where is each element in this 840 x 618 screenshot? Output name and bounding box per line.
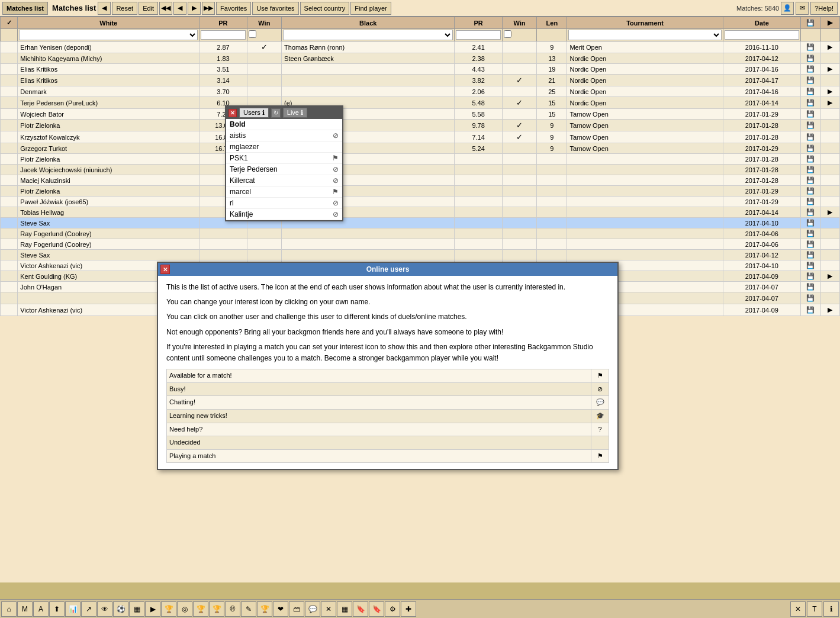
nav-last-button[interactable]: ▶▶	[202, 2, 215, 15]
video-cell[interactable]: ▶	[820, 64, 839, 75]
video-cell[interactable]	[820, 282, 839, 292]
save-cell[interactable]: 💾	[801, 64, 821, 75]
close-bottom-icon[interactable]: ✕	[790, 601, 806, 617]
table-row[interactable]: Elias Kritikos3.143.82✓21Nordic Open2017…	[1, 75, 840, 86]
user-icon[interactable]: 👤	[781, 2, 794, 15]
refresh-btn[interactable]: ↻	[271, 108, 281, 118]
pr-w-filter[interactable]	[201, 30, 245, 40]
nav-forward-button[interactable]: ▶	[188, 2, 201, 15]
video-cell[interactable]	[820, 228, 839, 239]
video-cell[interactable]	[820, 109, 839, 120]
home-icon[interactable]: ⌂	[1, 601, 17, 617]
menu-button[interactable]: Matches list	[2, 2, 48, 15]
trophy1-icon[interactable]: 🏆	[161, 601, 176, 617]
save-cell[interactable]: 💾	[801, 186, 821, 197]
table-row[interactable]: Jacek Wojciechowski (niuniuch)2017-01-28…	[1, 165, 840, 175]
trophy4-icon[interactable]: 🏆	[257, 601, 272, 617]
online-popup-close[interactable]: ✕	[160, 265, 170, 274]
video-cell[interactable]: ▶	[820, 304, 839, 316]
chart-icon[interactable]: 📊	[65, 601, 81, 617]
save-cell[interactable]: 💾	[801, 218, 821, 228]
save-cell[interactable]: 💾	[801, 260, 821, 271]
video-cell[interactable]: ▶	[820, 97, 839, 109]
table-row[interactable]: Piotr Zielonka13.009.78✓9Tarnow Open2017…	[1, 120, 840, 131]
table-row[interactable]: Grzegorz Turkot16.73Rafał Szczekutasz5.2…	[1, 143, 840, 154]
table-row[interactable]: Terje Pedersen (PureLuck)6.10(e)5.48✓15N…	[1, 97, 840, 109]
use-favorites-button[interactable]: Use favorites	[252, 2, 298, 15]
table-row[interactable]: Piotr Zielonka2017-01-29💾	[1, 186, 840, 197]
heart-icon[interactable]: ❤	[273, 601, 288, 617]
table-row[interactable]: Paweł Jóźwiak (jose65)2017-01-29💾	[1, 197, 840, 207]
save-cell[interactable]: 💾	[801, 75, 821, 86]
table-icon[interactable]: ▦	[337, 601, 352, 617]
reset-button[interactable]: Reset	[112, 2, 137, 15]
ball-icon[interactable]: ⚽	[113, 601, 128, 617]
save-cell[interactable]: 💾	[801, 228, 821, 239]
save-cell[interactable]: 💾	[801, 143, 821, 154]
table-row[interactable]: Elias Kritikos3.514.4319Nordic Open2017-…	[1, 64, 840, 75]
user-item-terje[interactable]: Terje Pedersen ⊘	[226, 164, 342, 175]
video-cell[interactable]	[820, 131, 839, 143]
upload-icon[interactable]: ⬆	[49, 601, 65, 617]
users-tab[interactable]: Users ℹ	[239, 108, 269, 118]
table-row[interactable]: Maciej Kaluzinski2017-01-28💾	[1, 175, 840, 186]
save-cell[interactable]: 💾	[801, 120, 821, 131]
info-bottom-icon[interactable]: ℹ	[823, 601, 839, 617]
save-cell[interactable]: 💾	[801, 97, 821, 109]
save-cell[interactable]: 💾	[801, 109, 821, 120]
video-cell[interactable]: ▶	[820, 86, 839, 97]
save-cell[interactable]: 💾	[801, 53, 821, 64]
save-cell[interactable]: 💾	[801, 131, 821, 143]
nav-first-button[interactable]: ◀◀	[159, 2, 172, 15]
tournament-filter[interactable]	[568, 30, 721, 40]
a-icon[interactable]: A	[33, 601, 49, 617]
video-cell[interactable]: ▶	[820, 207, 839, 218]
m-icon[interactable]: M	[17, 601, 33, 617]
video-cell[interactable]	[820, 239, 839, 250]
edit-button[interactable]: Edit	[139, 2, 158, 15]
view-icon[interactable]: 👁	[97, 601, 112, 617]
save-cell[interactable]: 💾	[801, 292, 821, 304]
user-item-marcel[interactable]: marcel ⚑	[226, 186, 342, 198]
table-row[interactable]: Piotr Zielonka2017-01-28💾	[1, 154, 840, 165]
video-cell[interactable]	[820, 120, 839, 131]
video-cell[interactable]	[820, 250, 839, 260]
table-row[interactable]: Krzysztof Kowalczyk16.857.14✓9Tarnow Ope…	[1, 131, 840, 143]
video-cell[interactable]	[820, 175, 839, 186]
win-b-filter[interactable]	[504, 30, 511, 38]
black-filter[interactable]	[283, 30, 453, 40]
user-item-mglaezer[interactable]: mglaezer	[226, 141, 342, 153]
user-item-rl[interactable]: rl ⊘	[226, 198, 342, 209]
play-icon[interactable]: ▶	[145, 601, 160, 617]
save-cell[interactable]: 💾	[801, 41, 821, 53]
help-button[interactable]: ?Help!	[810, 2, 838, 15]
favorites-button[interactable]: Favorites	[216, 2, 251, 15]
save-cell[interactable]: 💾	[801, 250, 821, 260]
user-item-psk1[interactable]: PSK1 ⚑	[226, 153, 342, 164]
chat-icon[interactable]: 💬	[305, 601, 320, 617]
message-icon[interactable]: ✉	[796, 2, 809, 15]
win-w-filter[interactable]	[249, 30, 256, 38]
grid-icon[interactable]: ▦	[129, 601, 144, 617]
trophy3-icon[interactable]: 🏆	[209, 601, 224, 617]
bookmark1-icon[interactable]: 🔖	[353, 601, 368, 617]
video-cell[interactable]	[820, 165, 839, 175]
save-cell[interactable]: 💾	[801, 304, 821, 316]
bookmark2-icon[interactable]: 🔖	[369, 601, 384, 617]
table-row[interactable]: Tobias Hellwag2017-04-14💾▶	[1, 207, 840, 218]
save-cell[interactable]: 💾	[801, 239, 821, 250]
save-cell[interactable]: 💾	[801, 207, 821, 218]
save-cell[interactable]: 💾	[801, 175, 821, 186]
t-icon[interactable]: T	[807, 601, 822, 617]
target-icon[interactable]: ◎	[177, 601, 192, 617]
table-row[interactable]: Ray Fogerlund (Coolrey)2017-04-06💾	[1, 239, 840, 250]
table-row[interactable]: Denmark3.702.0625Nordic Open2017-04-16💾▶	[1, 86, 840, 97]
video-cell[interactable]	[820, 218, 839, 228]
user-item-killercat[interactable]: Killercat ⊘	[226, 175, 342, 186]
video-cell[interactable]: ▶	[820, 41, 839, 53]
user-item-bold[interactable]: Bold	[226, 119, 342, 130]
video-cell[interactable]	[820, 260, 839, 271]
white-filter[interactable]	[19, 30, 198, 40]
save-cell[interactable]: 💾	[801, 86, 821, 97]
video-cell[interactable]	[820, 143, 839, 154]
